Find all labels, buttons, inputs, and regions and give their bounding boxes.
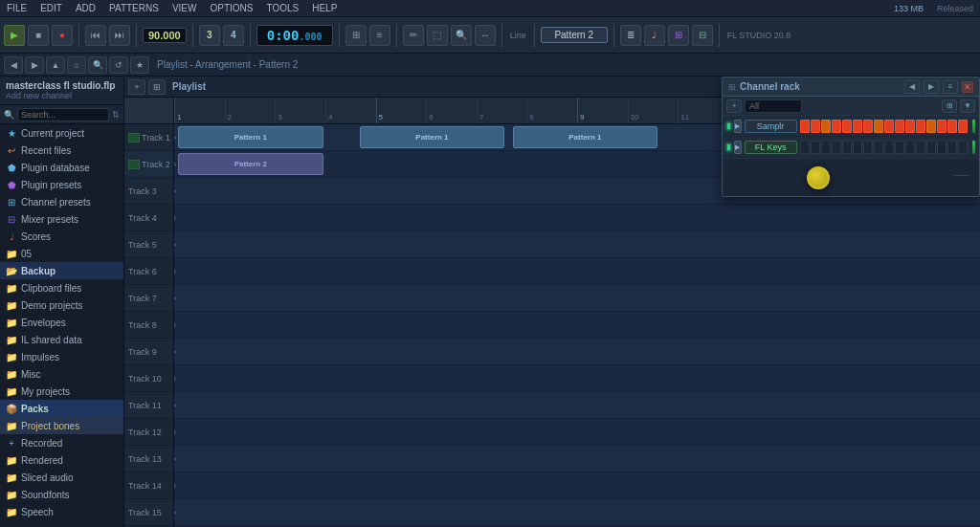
sidebar-item-05[interactable]: 📁 05 xyxy=(0,245,123,262)
cr-pad[interactable] xyxy=(895,120,904,133)
cr-pad[interactable] xyxy=(937,141,947,154)
sidebar-item-channel-presets[interactable]: ⊞ Channel presets xyxy=(0,193,123,210)
grid-row-4[interactable] xyxy=(174,205,980,231)
cr-channel-keys[interactable]: ▶ FL Keys xyxy=(723,137,979,158)
mode-select[interactable]: ⬚ xyxy=(427,25,448,46)
cr-channel-sampler[interactable]: ▶ Samplr xyxy=(723,116,979,137)
sidebar-item-il-shared[interactable]: 📁 IL shared data xyxy=(0,331,123,348)
cr-channel1-vol[interactable] xyxy=(972,120,975,133)
stop-button[interactable]: ■ xyxy=(28,25,49,46)
cr-channel2-vol[interactable] xyxy=(972,141,975,154)
snap-btn[interactable]: ⊞ xyxy=(345,25,367,46)
step-back[interactable]: ⏮ xyxy=(85,25,106,46)
grid-row-14[interactable] xyxy=(174,472,980,499)
sidebar-item-sliced-audio[interactable]: 📁 Sliced audio xyxy=(0,469,123,486)
cr-channel1-name[interactable]: Samplr xyxy=(745,120,797,133)
sidebar-item-recorded[interactable]: + Recorded xyxy=(0,434,123,451)
cr-pad[interactable] xyxy=(811,120,820,133)
sidebar-item-scores[interactable]: ♩ Scores xyxy=(0,228,123,245)
cr-pad[interactable] xyxy=(800,141,810,154)
sidebar-item-current-project[interactable]: ★ Current project xyxy=(0,124,123,142)
mixer-btn[interactable]: ⊟ xyxy=(692,25,713,46)
cr-pad[interactable] xyxy=(884,141,894,154)
cr-channel1-mute[interactable]: ▶ xyxy=(734,120,742,133)
grid-row-9[interactable] xyxy=(174,339,980,365)
cr-pad[interactable] xyxy=(947,120,957,133)
cr-pad[interactable] xyxy=(916,141,925,154)
nav-star[interactable]: ★ xyxy=(130,56,149,74)
grid-row-5[interactable] xyxy=(174,231,980,258)
bpm-display[interactable]: 90.000 xyxy=(143,28,187,43)
sidebar-item-project-bones[interactable]: 📁 Project bones xyxy=(0,417,123,434)
grid-row-8[interactable] xyxy=(174,312,980,339)
step-fwd[interactable]: ⏭ xyxy=(109,25,130,46)
cr-channel2-mute[interactable]: ▶ xyxy=(734,141,742,154)
menu-patterns[interactable]: PATTERNS xyxy=(106,3,162,13)
sidebar-item-plugin-database[interactable]: ⬟ Plugin database xyxy=(0,159,123,176)
cr-pad[interactable] xyxy=(821,141,831,154)
grid-cell-t1-p2[interactable]: Pattern 1 xyxy=(360,126,505,148)
sidebar-item-rendered[interactable]: 📁 Rendered xyxy=(0,451,123,469)
sidebar-item-speech[interactable]: 📁 Speech xyxy=(0,503,123,520)
search-input[interactable] xyxy=(17,108,109,121)
piano-roll-btn[interactable]: ♩ xyxy=(644,25,665,46)
cr-pad[interactable] xyxy=(874,141,883,154)
record-button[interactable]: ● xyxy=(52,25,73,46)
grid-row-10[interactable] xyxy=(174,365,980,392)
cr-add-btn[interactable]: + xyxy=(726,99,742,113)
sidebar-item-recent-files[interactable]: ↩ Recent files xyxy=(0,142,123,159)
cr-close-btn[interactable]: ✕ xyxy=(962,81,973,93)
sidebar-item-demo-projects[interactable]: 📁 Demo projects xyxy=(0,296,123,314)
sidebar-item-impulses[interactable]: 📁 Impulses xyxy=(0,348,123,365)
track2-mute[interactable] xyxy=(128,160,140,169)
step-seq-btn[interactable]: ⊞ xyxy=(668,25,689,46)
menu-add[interactable]: ADD xyxy=(73,3,99,13)
sidebar-item-my-projects[interactable]: 📁 My projects xyxy=(0,383,123,400)
cr-pad[interactable] xyxy=(947,141,957,154)
grid-row-15[interactable] xyxy=(174,499,980,526)
cr-pad[interactable] xyxy=(800,120,810,133)
menu-tools[interactable]: TOOLS xyxy=(263,3,301,13)
playlist-add-btn[interactable]: + xyxy=(128,79,145,95)
grid-cell-t2-p1[interactable]: Pattern 2 xyxy=(178,153,323,175)
menu-view[interactable]: VIEW xyxy=(169,3,200,13)
cr-prev-btn[interactable]: ◀ xyxy=(904,80,920,94)
sidebar-item-mixer-presets[interactable]: ⊟ Mixer presets xyxy=(0,210,123,228)
nav-search[interactable]: 🔍 xyxy=(88,56,107,74)
sidebar-item-packs[interactable]: 📦 Packs xyxy=(0,400,123,417)
cr-pad[interactable] xyxy=(832,141,841,154)
cr-pad[interactable] xyxy=(926,120,936,133)
cr-channel2-name[interactable]: FL Keys xyxy=(745,141,797,154)
grid-cell-t1-p3[interactable]: Pattern 1 xyxy=(513,126,658,148)
playlist-snap-btn[interactable]: ⊞ xyxy=(148,79,166,95)
cr-pitch-knob[interactable] xyxy=(807,166,830,189)
mode-zoom[interactable]: 🔍 xyxy=(451,25,472,46)
sidebar-item-clipboard[interactable]: 📁 Clipboard files xyxy=(0,279,123,296)
cr-pad[interactable] xyxy=(905,120,915,133)
cr-collapse-btn[interactable]: ▼ xyxy=(960,99,975,113)
menu-options[interactable]: OPTIONS xyxy=(207,3,256,13)
cr-pad[interactable] xyxy=(832,120,841,133)
cr-pad[interactable] xyxy=(853,120,862,133)
cr-pad[interactable] xyxy=(937,120,947,133)
cr-search-input[interactable] xyxy=(745,99,802,113)
nav-home[interactable]: ⌂ xyxy=(67,56,86,74)
cr-view-btn[interactable]: ⊞ xyxy=(942,99,957,113)
sidebar-item-envelopes[interactable]: 📁 Envelopes xyxy=(0,314,123,331)
sidebar-item-misc[interactable]: 📁 Misc xyxy=(0,365,123,383)
numerator-display[interactable]: 3 xyxy=(199,25,220,46)
nav-fwd[interactable]: ▶ xyxy=(25,56,44,74)
sidebar-sort-icon[interactable]: ⇅ xyxy=(112,110,120,120)
cr-pad[interactable] xyxy=(958,120,968,133)
cr-pad[interactable] xyxy=(916,120,925,133)
cr-pad[interactable] xyxy=(811,141,820,154)
cr-pad[interactable] xyxy=(842,141,852,154)
cr-pad[interactable] xyxy=(884,120,894,133)
cr-pad[interactable] xyxy=(863,120,873,133)
cr-pad[interactable] xyxy=(905,141,915,154)
cr-pad[interactable] xyxy=(926,141,936,154)
cr-channel2-led[interactable] xyxy=(726,143,731,151)
quantize-btn[interactable]: ≡ xyxy=(369,25,390,46)
nav-refresh[interactable]: ↺ xyxy=(109,56,128,74)
nav-back[interactable]: ◀ xyxy=(4,56,23,74)
